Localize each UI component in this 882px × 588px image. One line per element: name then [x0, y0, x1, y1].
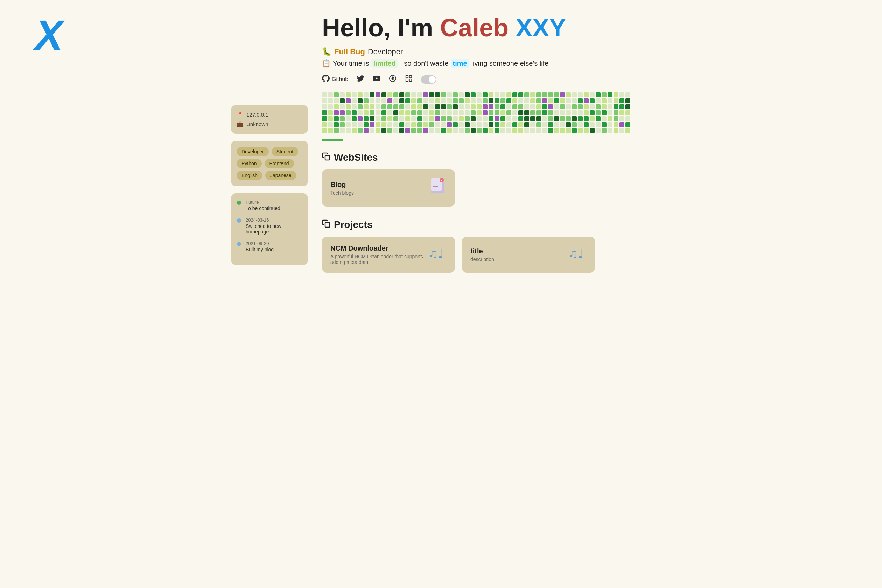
contrib-cell — [501, 116, 506, 121]
contrib-cell — [393, 104, 398, 109]
contrib-cell — [477, 122, 482, 127]
money-icon — [389, 75, 396, 84]
contrib-cell — [548, 98, 553, 103]
twitter-link[interactable] — [357, 75, 364, 84]
contrib-cell — [387, 110, 392, 115]
contrib-cell — [322, 128, 327, 133]
contrib-cell — [477, 116, 482, 121]
contrib-cell — [364, 122, 369, 127]
last-name: XXY — [516, 14, 566, 42]
location-icon: 📍 — [237, 111, 244, 118]
contrib-cell — [334, 116, 339, 121]
contrib-cell — [358, 110, 363, 115]
project-card[interactable]: NCM DownloaderA powerful NCM Downloader … — [322, 237, 455, 273]
contrib-cell — [524, 98, 529, 103]
contrib-cell — [477, 110, 482, 115]
contrib-cell — [518, 116, 523, 121]
contrib-cell — [590, 110, 595, 115]
contrib-cell — [328, 128, 333, 133]
contrib-cell — [590, 128, 595, 133]
role-rest: Developer — [368, 47, 403, 56]
contrib-cell — [370, 122, 375, 127]
svg-text:●: ● — [441, 179, 442, 182]
contrib-cell — [512, 128, 517, 133]
contrib-cell — [411, 92, 416, 97]
contrib-cell — [560, 92, 565, 97]
timeline-date: 2021-09-20 — [246, 241, 274, 246]
contrib-cell — [322, 98, 327, 103]
contrib-cell — [560, 104, 565, 109]
contrib-cell — [578, 98, 583, 103]
theme-toggle[interactable] — [421, 75, 436, 84]
contrib-cell — [435, 128, 440, 133]
contrib-cell — [435, 116, 440, 121]
github-link[interactable]: Github — [322, 75, 348, 84]
grid-link[interactable] — [405, 75, 412, 84]
contrib-cell — [340, 128, 345, 133]
contrib-cell — [417, 128, 422, 133]
contrib-cell — [560, 110, 565, 115]
contrib-cell — [441, 116, 446, 121]
contrib-cell — [429, 116, 434, 121]
card-desc: Tech blogs — [330, 190, 354, 196]
contrib-cell — [393, 98, 398, 103]
contrib-cell — [423, 98, 428, 103]
contrib-cell — [453, 98, 458, 103]
contrib-cell — [328, 122, 333, 127]
contrib-cell — [566, 104, 571, 109]
contrib-cell — [495, 110, 500, 115]
contrib-cell — [477, 104, 482, 109]
contrib-cell — [459, 128, 464, 133]
contrib-cell — [411, 104, 416, 109]
tags-card: DeveloperStudentPythonFrontendEnglishJap… — [231, 141, 308, 186]
contrib-cell — [435, 122, 440, 127]
contrib-cell — [375, 104, 381, 109]
contrib-cell — [358, 98, 363, 103]
contrib-cell — [471, 122, 476, 127]
contrib-cell — [554, 98, 559, 103]
contrib-cell — [393, 116, 398, 121]
contrib-cell — [447, 110, 452, 115]
contrib-cell — [483, 98, 488, 103]
contrib-cell — [447, 128, 452, 133]
contrib-cell — [566, 110, 571, 115]
contrib-cell — [560, 128, 565, 133]
role-line: 🐛 Full Bug Developer — [322, 47, 651, 56]
contrib-cell — [560, 98, 565, 103]
contrib-cell — [393, 128, 398, 133]
contrib-cell — [620, 110, 624, 115]
contrib-cell — [375, 110, 381, 115]
website-card[interactable]: BlogTech blogs ● — [322, 170, 455, 207]
contrib-cell — [584, 110, 589, 115]
contrib-cell — [530, 116, 535, 121]
contrib-cell — [524, 128, 529, 133]
contrib-cell — [483, 104, 488, 109]
contrib-cell — [441, 92, 446, 97]
contrib-cell — [489, 92, 494, 97]
contrib-cell — [375, 116, 381, 121]
contrib-cell — [524, 104, 529, 109]
contrib-cell — [501, 98, 506, 103]
contrib-cell — [465, 104, 470, 109]
contrib-cell — [566, 128, 571, 133]
contrib-cell — [596, 128, 601, 133]
location-info: 💼 Unknown — [237, 121, 302, 128]
contrib-cell — [441, 110, 446, 115]
contrib-cell — [441, 122, 446, 127]
contrib-cell — [596, 92, 601, 97]
money-link[interactable] — [389, 75, 396, 84]
contrib-cell — [512, 122, 517, 127]
contrib-cell — [370, 104, 375, 109]
contrib-cell — [375, 92, 381, 97]
contrib-cell — [614, 110, 618, 115]
contrib-row — [322, 110, 651, 115]
project-card[interactable]: titledescription ♫♩ — [462, 237, 595, 273]
video-link[interactable] — [373, 75, 381, 84]
contrib-cell — [381, 116, 386, 121]
quote-part1: Your time is — [333, 60, 369, 68]
contrib-cell — [554, 104, 559, 109]
contrib-cell — [477, 92, 482, 97]
contrib-cell — [554, 128, 559, 133]
contrib-cell — [608, 110, 612, 115]
contrib-cell — [405, 110, 410, 115]
